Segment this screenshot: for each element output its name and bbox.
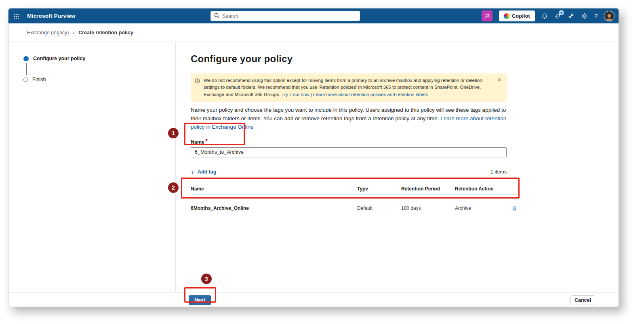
annotation-marker-3: 3 — [201, 274, 212, 284]
account-avatar[interactable] — [604, 11, 615, 21]
banner-text: We do not recommend using this option ex… — [204, 77, 492, 98]
share-nodes-icon[interactable] — [568, 13, 575, 19]
step-finish[interactable]: Finish — [23, 77, 175, 82]
tag-retention-action: Archive — [455, 205, 510, 211]
col-retention-period: Retention Period — [401, 186, 455, 192]
cancel-button[interactable]: Cancel — [570, 295, 595, 305]
wizard-footer: Next Cancel — [8, 292, 619, 307]
step-connector-line — [26, 63, 27, 75]
tag-type: Default — [357, 205, 401, 211]
next-button[interactable]: Next — [189, 295, 211, 305]
announcements-icon[interactable]: 1 — [554, 13, 561, 19]
add-tag-button[interactable]: + Add tag — [191, 169, 216, 176]
step-configure-your-policy[interactable]: Configure your policy — [23, 56, 175, 61]
banner-close-icon[interactable]: ✕ — [496, 77, 503, 83]
retention-tags-table: Name Type Retention Period Retention Act… — [191, 186, 519, 218]
plus-icon: + — [191, 169, 195, 176]
policy-name-input[interactable] — [191, 147, 507, 157]
breadcrumb: Exchange (legacy) › Create retention pol… — [8, 23, 619, 42]
col-name: Name — [191, 186, 357, 192]
warning-banner: We do not recommend using this option ex… — [191, 73, 507, 102]
annotation-marker-2: 2 — [168, 182, 179, 193]
name-field-group: Name* — [191, 138, 619, 157]
table-header: Name Type Retention Period Retention Act… — [191, 186, 519, 195]
wizard-stepper: Configure your policy Finish — [8, 42, 176, 292]
settings-gear-icon[interactable] — [581, 13, 588, 19]
try-it-out-link[interactable]: Try it out now — [282, 92, 309, 97]
col-retention-action: Retention Action — [455, 186, 510, 192]
copilot-button[interactable]: Copilot — [499, 10, 535, 21]
breadcrumb-current: Create retention policy — [78, 30, 133, 36]
col-type: Type — [357, 186, 401, 192]
search-input[interactable] — [222, 13, 356, 19]
top-app-bar: Microsoft Purview Copilot 1 — [8, 8, 619, 23]
copilot-label: Copilot — [512, 13, 530, 19]
info-icon — [195, 78, 200, 85]
announcements-badge: 1 — [559, 10, 564, 15]
step-empty-dot-icon — [23, 77, 28, 82]
app-launcher-icon[interactable] — [10, 8, 22, 23]
annotation-marker-1: 1 — [168, 128, 179, 138]
tag-retention-period: 180 days — [401, 205, 455, 211]
purview-app-window: Microsoft Purview Copilot 1 — [8, 8, 619, 307]
intro-paragraph: Name your policy and choose the tags you… — [191, 106, 507, 132]
help-icon[interactable]: ? — [594, 13, 598, 19]
required-asterisk: * — [205, 138, 208, 145]
table-row[interactable]: 6Months_Archive_Online Default 180 days … — [191, 199, 519, 218]
notifications-bell-icon[interactable] — [541, 13, 548, 19]
items-count: 1 items — [490, 169, 507, 175]
copilot-logo-icon — [504, 13, 509, 19]
global-search[interactable] — [210, 11, 360, 21]
copilot-promo-icon[interactable] — [482, 10, 492, 21]
app-title: Microsoft Purview — [27, 13, 76, 19]
name-field-label: Name — [191, 139, 204, 145]
search-icon — [214, 13, 219, 20]
tag-name: 6Months_Archive_Online — [191, 205, 357, 211]
delete-tag-button[interactable] — [510, 205, 519, 211]
breadcrumb-parent[interactable]: Exchange (legacy) — [27, 30, 69, 36]
chevron-right-icon: › — [73, 30, 75, 35]
learn-more-retention-link[interactable]: Learn more about retention policies and … — [313, 92, 428, 97]
page-title: Configure your policy — [191, 53, 619, 65]
step-active-dot-icon — [23, 56, 29, 61]
